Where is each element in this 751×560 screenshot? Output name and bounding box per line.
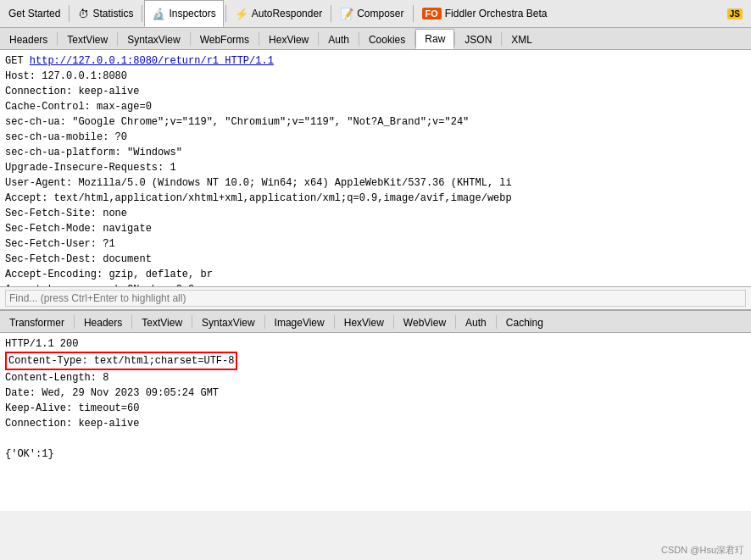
toolbar-fiddler-orchestra[interactable]: FO Fiddler Orchestra Beta bbox=[415, 0, 554, 27]
req-line-sec-fetch-dest: Sec-Fetch-Dest: document bbox=[5, 252, 746, 267]
tab-req-textview[interactable]: TextView bbox=[58, 29, 117, 49]
req-line-useragent: User-Agent: Mozilla/5.0 (Windows NT 10.0… bbox=[5, 175, 746, 191]
tab-req-auth[interactable]: Auth bbox=[319, 29, 359, 49]
req-line-sec-fetch-site: Sec-Fetch-Site: none bbox=[5, 206, 746, 221]
inspectors-icon: 🔬 bbox=[152, 8, 165, 20]
divider-2 bbox=[142, 5, 142, 22]
toolbar-js[interactable]: JS bbox=[720, 0, 749, 27]
highlighted-content-type: Content-Type: text/html;charset=UTF-8 bbox=[5, 352, 237, 370]
res-line-keep-alive: Keep-Alive: timeout=60 bbox=[5, 401, 746, 416]
req-line-upgrade: Upgrade-Insecure-Requests: 1 bbox=[5, 160, 746, 175]
find-bar bbox=[0, 287, 751, 311]
tab-res-syntaxview[interactable]: SyntaxView bbox=[192, 312, 264, 332]
req-line-connection: Connection: keep-alive bbox=[5, 84, 746, 99]
autoresponder-icon: ⚡ bbox=[235, 8, 248, 20]
tab-res-webview[interactable]: WebView bbox=[394, 312, 455, 332]
statistics-label: Statistics bbox=[92, 8, 133, 19]
get-started-label: Get Started bbox=[8, 8, 60, 19]
tab-req-raw[interactable]: Raw bbox=[415, 29, 454, 49]
composer-label: Composer bbox=[357, 8, 403, 19]
toolbar-statistics[interactable]: ⏱ Statistics bbox=[71, 0, 140, 27]
tab-res-textview[interactable]: TextView bbox=[132, 312, 192, 332]
req-line-sec-fetch-mode: Sec-Fetch-Mode: navigate bbox=[5, 221, 746, 236]
req-line-cache: Cache-Control: max-age=0 bbox=[5, 99, 746, 114]
res-line-status: HTTP/1.1 200 bbox=[5, 336, 746, 352]
divider-4 bbox=[331, 5, 331, 22]
res-line-blank bbox=[5, 431, 746, 446]
tab-req-syntaxview[interactable]: SyntaxView bbox=[118, 29, 189, 49]
tab-req-xml[interactable]: XML bbox=[502, 29, 542, 49]
watermark: CSDN @Hsu深君玎 bbox=[661, 544, 744, 557]
req-line-sec-fetch-user: Sec-Fetch-User: ?1 bbox=[5, 236, 746, 252]
res-line-connection: Connection: keep-alive bbox=[5, 416, 746, 431]
fo-badge-icon: FO bbox=[422, 8, 442, 19]
response-content: HTTP/1.1 200 Content-Type: text/html;cha… bbox=[0, 333, 751, 511]
tab-res-transformer[interactable]: Transformer bbox=[0, 312, 74, 332]
request-content: GET http://127.0.0.1:8080/return/r1 HTTP… bbox=[0, 50, 751, 287]
tab-req-headers[interactable]: Headers bbox=[0, 29, 57, 49]
response-tab-row: Transformer Headers TextView SyntaxView … bbox=[0, 311, 751, 333]
tab-res-auth[interactable]: Auth bbox=[456, 312, 496, 332]
statistics-icon: ⏱ bbox=[78, 8, 89, 20]
toolbar-inspectors[interactable]: 🔬 Inspectors bbox=[144, 0, 223, 27]
divider-5 bbox=[413, 5, 414, 22]
tab-res-imageview[interactable]: ImageView bbox=[265, 312, 334, 332]
inspectors-label: Inspectors bbox=[169, 8, 215, 19]
composer-icon: 📝 bbox=[340, 8, 353, 20]
req-line-accept: Accept: text/html,application/xhtml+xml,… bbox=[5, 191, 746, 206]
req-line-host: Host: 127.0.0.1:8080 bbox=[5, 69, 746, 84]
req-line-sec-ch-ua: sec-ch-ua: "Google Chrome";v="119", "Chr… bbox=[5, 114, 746, 130]
divider-3 bbox=[225, 5, 226, 22]
toolbar-composer[interactable]: 📝 Composer bbox=[333, 0, 410, 27]
res-line-content-length: Content-Length: 8 bbox=[5, 370, 746, 385]
top-toolbar: Get Started ⏱ Statistics 🔬 Inspectors ⚡ … bbox=[0, 0, 751, 28]
find-input[interactable] bbox=[5, 290, 746, 307]
request-method: GET bbox=[5, 55, 30, 67]
fiddler-orchestra-label: Fiddler Orchestra Beta bbox=[445, 8, 548, 19]
request-first-line: GET http://127.0.0.1:8080/return/r1 HTTP… bbox=[5, 53, 746, 69]
tab-req-webforms[interactable]: WebForms bbox=[191, 29, 259, 49]
tab-res-caching[interactable]: Caching bbox=[497, 312, 553, 332]
js-badge-icon: JS bbox=[727, 8, 743, 19]
request-url[interactable]: http://127.0.0.1:8080/return/r1 HTTP/1.1 bbox=[30, 55, 274, 67]
request-tab-row: Headers TextView SyntaxView WebForms Hex… bbox=[0, 28, 751, 50]
req-line-accept-encoding: Accept-Encoding: gzip, deflate, br bbox=[5, 267, 746, 282]
req-line-sec-mobile: sec-ch-ua-mobile: ?0 bbox=[5, 130, 746, 145]
res-line-date: Date: Wed, 29 Nov 2023 09:05:24 GMT bbox=[5, 385, 746, 401]
toolbar-autoresponder[interactable]: ⚡ AutoResponder bbox=[228, 0, 329, 27]
toolbar-get-started[interactable]: Get Started bbox=[2, 0, 67, 27]
autoresponder-label: AutoResponder bbox=[252, 8, 322, 19]
tab-req-json[interactable]: JSON bbox=[455, 29, 501, 49]
res-line-content-type: Content-Type: text/html;charset=UTF-8 bbox=[5, 352, 746, 370]
tab-res-headers[interactable]: Headers bbox=[75, 312, 131, 332]
tab-req-hexview[interactable]: HexView bbox=[259, 29, 318, 49]
tab-res-hexview[interactable]: HexView bbox=[335, 312, 393, 332]
tab-req-cookies[interactable]: Cookies bbox=[359, 29, 414, 49]
divider-1 bbox=[69, 5, 70, 22]
req-line-sec-platform: sec-ch-ua-platform: "Windows" bbox=[5, 145, 746, 160]
res-line-body: {'OK':1} bbox=[5, 446, 746, 462]
